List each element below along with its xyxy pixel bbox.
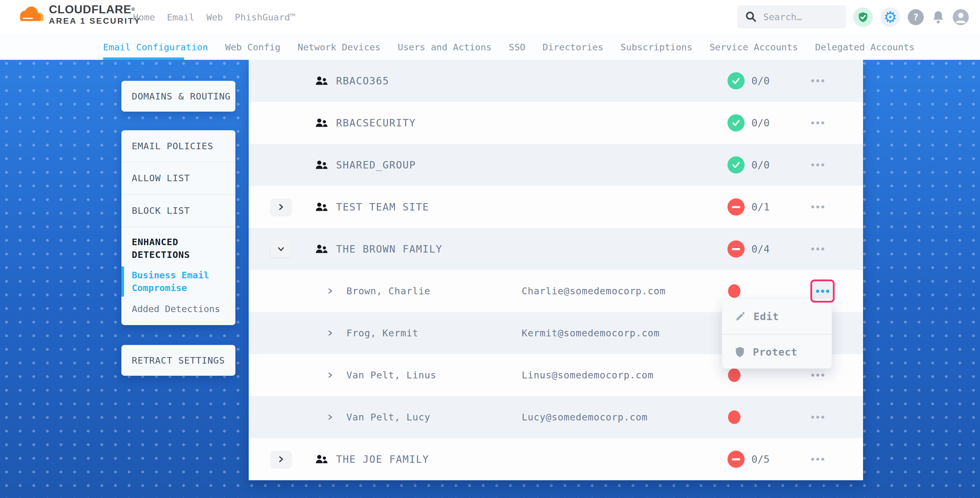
table-row: RBACSECURITY 0/0 [249, 102, 863, 144]
divider [121, 227, 235, 228]
area1-security-app: CLOUDFLARE® AREA 1 SECURITY Home Email W… [0, 0, 980, 498]
tab-directories[interactable]: Directories [543, 42, 603, 53]
sidebar-item-domains-routing[interactable]: DOMAINS & ROUTING [121, 81, 235, 111]
search-input[interactable] [763, 11, 837, 22]
group-name: RBACSECURITY [336, 102, 416, 144]
group-icon [315, 186, 328, 228]
status-protected-icon [727, 114, 745, 132]
sidebar-card-policies: EMAIL POLICIES ALLOW LIST BLOCK LIST ENH… [121, 130, 235, 325]
unprotected-dot-icon [728, 410, 740, 424]
protection-count: 0/0 [751, 102, 770, 144]
help-icon[interactable]: ? [908, 9, 924, 25]
row-actions-menu-button[interactable] [811, 186, 824, 228]
user-email: Linus@somedemocorp.com [522, 354, 654, 396]
group-icon [315, 102, 328, 144]
protection-count: 0/5 [751, 438, 770, 480]
user-email: Lucy@somedemocorp.com [522, 396, 648, 438]
sidebar-item-block-list[interactable]: BLOCK LIST [121, 195, 235, 226]
tab-subscriptions[interactable]: Subscriptions [620, 42, 692, 53]
brand-name: CLOUDFLARE® [49, 3, 141, 16]
status-protected-icon [727, 72, 745, 89]
expand-chevron-icon[interactable] [270, 199, 292, 215]
bell-icon[interactable] [931, 10, 945, 25]
context-menu-item-edit[interactable]: Edit [722, 299, 832, 334]
row-actions-menu-button[interactable] [811, 228, 824, 270]
shield-icon [735, 346, 745, 358]
user-email: Kermit@somedemocorp.com [522, 312, 660, 354]
protection-count: 0/0 [751, 60, 770, 102]
sidebar-item-retract-settings[interactable]: RETRACT SETTINGS [121, 345, 235, 376]
tab-network-devices[interactable]: Network Devices [298, 42, 380, 53]
protection-count: 0/0 [751, 144, 770, 186]
cloudflare-cloud-icon [16, 5, 45, 24]
user-name: Van Pelt, Linus [347, 354, 436, 396]
expand-chevron-icon[interactable] [270, 451, 292, 468]
unprotected-dot-icon [728, 284, 740, 298]
status-unprotected-icon [727, 450, 745, 468]
brand-tagline: AREA 1 SECURITY [49, 16, 141, 26]
table-row: Van Pelt, Lucy Lucy@somedemocorp.com [249, 396, 863, 438]
row-actions-menu-button[interactable] [811, 60, 824, 102]
protection-count: 0/4 [751, 228, 770, 270]
child-arrow-icon [327, 270, 334, 312]
gear-icon[interactable]: ⚙ [881, 7, 900, 27]
tab-users-and-actions[interactable]: Users and Actions [398, 42, 492, 53]
group-icon [315, 60, 328, 102]
sidebar-card-retract: RETRACT SETTINGS [121, 345, 235, 376]
shield-check-icon[interactable] [853, 7, 873, 27]
cloudflare-logo[interactable]: CLOUDFLARE® AREA 1 SECURITY [16, 3, 141, 26]
nav-item-home[interactable]: Home [133, 12, 155, 22]
sidebar-item-added-detections[interactable]: Added Detections [132, 304, 226, 314]
sidebar-item-business-email-compromise[interactable]: Business Email Compromise [132, 269, 221, 294]
child-arrow-icon [327, 354, 334, 396]
group-name: TEST TEAM SITE [336, 186, 429, 228]
active-item-indicator [121, 266, 124, 297]
pencil-icon [735, 311, 746, 322]
sidebar-item-enhanced-detections[interactable]: ENHANCED DETECTIONS [132, 235, 221, 261]
nav-item-email[interactable]: Email [167, 12, 194, 22]
top-icon-group: ⚙ ? [853, 0, 969, 34]
table-row: TEST TEAM SITE 0/1 [249, 186, 863, 228]
group-icon [315, 228, 328, 270]
user-name: Van Pelt, Lucy [347, 396, 431, 438]
search-box[interactable] [737, 5, 846, 29]
row-actions-menu-button[interactable] [811, 144, 824, 186]
group-name: THE JOE FAMILY [336, 438, 429, 480]
user-name: Frog, Kermit [347, 312, 418, 354]
sidebar-item-allow-list[interactable]: ALLOW LIST [121, 162, 235, 194]
status-unprotected-icon [727, 198, 745, 216]
sidebar-card-domains-routing: DOMAINS & ROUTING [121, 81, 235, 111]
context-menu-item-protect[interactable]: Protect [722, 334, 832, 369]
table-row: RBACO365 0/0 [249, 60, 863, 102]
tabs: Email Configuration Web Config Network D… [103, 34, 915, 60]
group-name: THE BROWN FAMILY [336, 228, 442, 270]
primary-nav: Home Email Web PhishGuard™ [133, 0, 296, 34]
collapse-chevron-icon[interactable] [270, 241, 292, 257]
table-row: THE BROWN FAMILY 0/4 [249, 228, 863, 270]
sidebar-item-email-policies[interactable]: EMAIL POLICIES [121, 130, 235, 162]
table-row: THE JOE FAMILY 0/5 [249, 438, 863, 480]
group-name: RBACO365 [336, 60, 389, 102]
tab-sso[interactable]: SSO [509, 42, 525, 53]
tab-service-accounts[interactable]: Service Accounts [710, 42, 798, 53]
section-tab-bar: Email Configuration Web Config Network D… [0, 34, 980, 60]
group-name: SHARED_GROUP [336, 144, 416, 186]
status-protected-icon [727, 156, 745, 173]
row-actions-menu-button[interactable] [811, 102, 824, 144]
nav-item-web[interactable]: Web [206, 12, 223, 22]
tab-email-configuration[interactable]: Email Configuration [103, 42, 208, 53]
tab-web-config[interactable]: Web Config [225, 42, 281, 53]
child-arrow-icon [327, 396, 334, 438]
search-icon [746, 11, 757, 22]
row-actions-menu-button[interactable] [811, 396, 824, 438]
group-icon [315, 438, 328, 480]
protection-count: 0/1 [751, 186, 770, 228]
row-actions-menu-button[interactable] [811, 438, 824, 480]
active-tab-underline [103, 57, 184, 60]
top-bar: CLOUDFLARE® AREA 1 SECURITY Home Email W… [0, 0, 980, 34]
nav-item-phishguard[interactable]: PhishGuard™ [235, 12, 296, 22]
user-name: Brown, Charlie [347, 270, 431, 312]
tab-delegated-accounts[interactable]: Delegated Accounts [815, 42, 915, 53]
avatar-icon[interactable] [953, 9, 969, 25]
row-context-menu: Edit Protect [722, 299, 832, 369]
